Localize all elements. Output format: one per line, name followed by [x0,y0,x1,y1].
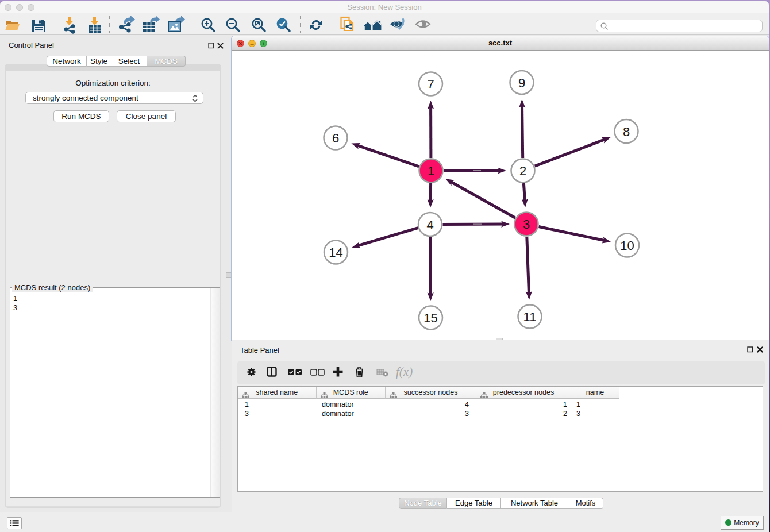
svg-text:2: 2 [519,164,526,178]
svg-text:3: 3 [523,217,530,232]
svg-text:9: 9 [518,76,525,90]
svg-text:14: 14 [329,245,342,260]
svg-text:8: 8 [623,125,630,139]
svg-text:15: 15 [424,311,437,325]
svg-text:10: 10 [620,238,634,253]
svg-text:7: 7 [427,77,434,91]
svg-text:6: 6 [332,131,339,145]
svg-text:11: 11 [523,310,537,324]
svg-text:1: 1 [428,164,434,178]
svg-text:4: 4 [426,218,433,232]
